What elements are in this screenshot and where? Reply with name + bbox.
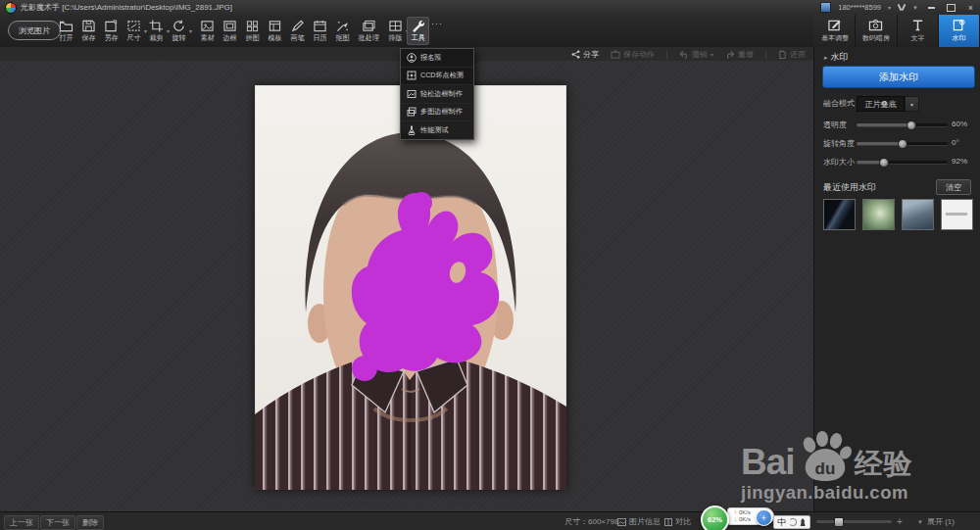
expand-button[interactable]: ▼ 展开 (1): [917, 512, 955, 530]
toolbar-button-calendar[interactable]: 日历: [309, 17, 331, 45]
toolbar-button-brush[interactable]: 画笔: [286, 17, 309, 45]
tab-text[interactable]: 文字: [898, 15, 939, 47]
next-image-button[interactable]: 下一张: [40, 515, 75, 530]
ime-language-bar[interactable]: 中: [773, 515, 810, 529]
toolbar-button-crop[interactable]: 裁剪 ▾: [145, 17, 168, 45]
toolbar-button-frame[interactable]: 边框: [219, 17, 241, 45]
feedback-icon[interactable]: [898, 4, 906, 12]
redo-button[interactable]: 重做: [725, 49, 754, 60]
toolbar-button-open[interactable]: 打开: [55, 17, 77, 45]
panel-title: ▸水印: [824, 51, 849, 64]
blend-mode-select[interactable]: 正片叠底: [857, 96, 905, 112]
compare-button[interactable]: 对比: [664, 512, 691, 530]
opacity-slider[interactable]: [857, 123, 948, 126]
slider-fill: [857, 123, 911, 126]
menu-item-id-photo[interactable]: 报名照: [401, 49, 473, 68]
tab-watermark[interactable]: 水印: [939, 15, 980, 47]
image-size-label: 尺寸：600×798: [564, 512, 618, 530]
recent-watermark-thumb[interactable]: [823, 199, 856, 230]
toolbar-button-rotate[interactable]: 旋转 ▾: [168, 17, 190, 45]
slider-handle[interactable]: [898, 139, 907, 149]
accelerate-button[interactable]: +: [756, 509, 772, 526]
rotation-slider[interactable]: [857, 142, 948, 145]
wrench-icon: [411, 20, 425, 32]
ccd-detect-icon: [407, 71, 416, 80]
toolbar-button-tools[interactable]: 工具: [407, 17, 429, 45]
slider-handle[interactable]: [879, 158, 889, 168]
toolbar-button-collage[interactable]: 拼图: [241, 17, 264, 45]
memory-usage-ball[interactable]: 62%: [701, 506, 729, 530]
portrait-photo[interactable]: [255, 85, 566, 490]
download-speed: 0K/s: [739, 516, 751, 523]
delete-image-button[interactable]: 删除: [76, 515, 104, 530]
skin-menu-icon[interactable]: ▼: [912, 5, 918, 11]
undo-arrow-icon: [679, 50, 689, 59]
camera-icon: [868, 19, 883, 31]
menu-item-performance-test[interactable]: 性能测试: [401, 121, 473, 139]
undo-button[interactable]: 撤销 ▾: [679, 49, 713, 60]
zoom-in-button[interactable]: +: [897, 512, 903, 530]
tools-dropdown-menu: 报名照 CCD坏点检测 轻松边框制作 多图边框制作 性能测试: [400, 48, 474, 140]
previous-image-button[interactable]: 上一张: [4, 515, 39, 530]
rotation-label: 旋转角度: [823, 138, 855, 149]
watermark-size-slider[interactable]: [857, 161, 948, 164]
caret-down-icon[interactable]: ▾: [189, 27, 192, 34]
sidebar-tab-bar: 基本调整 数码暗房 文字 水印: [814, 15, 980, 47]
account-number[interactable]: 180*****8599: [838, 3, 881, 12]
save-action-button[interactable]: 保存动作: [611, 49, 655, 60]
recent-watermark-thumb[interactable]: [862, 199, 895, 230]
clear-recent-button[interactable]: 清空: [936, 179, 971, 195]
tab-digital-darkroom[interactable]: 数码暗房: [856, 15, 897, 47]
menu-item-multi-frame[interactable]: 多图边框制作: [401, 104, 473, 122]
toolbar-button-cutout[interactable]: 抠图: [331, 17, 354, 45]
menu-item-ccd-check[interactable]: CCD坏点检测: [401, 68, 473, 86]
opacity-row: 透明度 60%: [814, 118, 980, 131]
restore-button[interactable]: [945, 2, 957, 13]
slider-fill: [857, 142, 903, 145]
browse-images-button[interactable]: 浏览图片: [8, 21, 61, 40]
watermark-panel: ▸水印 添加水印 融合模式 正片叠底 ▾ 透明度 60% 旋转角度 0° 水印大…: [813, 47, 980, 511]
share-button[interactable]: 分享: [571, 49, 599, 60]
save-action-icon: [611, 50, 620, 59]
compare-icon: [664, 518, 672, 526]
add-watermark-button[interactable]: 添加水印: [822, 66, 975, 88]
undo-caret-icon[interactable]: ▾: [710, 51, 713, 58]
toolbar-button-save-as[interactable]: 另存: [100, 17, 122, 45]
cutout-icon: [335, 20, 350, 32]
opacity-label: 透明度: [823, 120, 847, 130]
close-button[interactable]: ×: [964, 2, 977, 13]
ime-halfwidth-icon[interactable]: [789, 518, 797, 526]
image-info-icon: [617, 518, 626, 526]
toolbar-button-resize[interactable]: 尺寸 ▾: [122, 17, 145, 45]
toolbar-button-material[interactable]: 素材: [196, 17, 219, 45]
blend-mode-caret-button[interactable]: ▾: [905, 96, 919, 112]
recent-watermark-thumb[interactable]: [902, 199, 934, 230]
account-avatar[interactable]: [820, 2, 831, 13]
calendar-icon: [313, 20, 327, 32]
menu-item-easy-frame[interactable]: 轻松边框制作: [401, 85, 473, 104]
blend-mode-label: 融合模式: [823, 98, 855, 109]
account-caret-icon[interactable]: ▾: [888, 4, 891, 11]
collapse-caret-icon[interactable]: ▸: [824, 54, 828, 61]
slider-handle[interactable]: [906, 120, 916, 130]
recent-watermark-thumb[interactable]: [941, 199, 973, 230]
zoom-slider-handle[interactable]: [834, 517, 844, 527]
toolbar-button-layout[interactable]: 排版 ▾: [384, 17, 407, 45]
ime-menu-icon[interactable]: [800, 518, 807, 526]
toolbar-button-template[interactable]: 模板: [264, 17, 286, 45]
recent-watermarks-label: 最近使用水印: [823, 181, 876, 194]
save-icon: [81, 20, 96, 32]
image-info-button[interactable]: 图片信息: [617, 512, 661, 530]
toolbar-button-batch[interactable]: 批处理: [354, 17, 384, 45]
ime-chinese-mode[interactable]: 中: [777, 518, 786, 527]
zoom-slider[interactable]: [816, 520, 892, 523]
toolbar-button-save[interactable]: 保存: [77, 17, 100, 45]
status-bar: 上一张 下一张 删除 尺寸：600×798 图片信息 对比 + ▼ 展开 (1): [0, 511, 980, 530]
size-row: 水印大小 92%: [814, 155, 980, 169]
restore-original-button[interactable]: 还原: [778, 49, 806, 60]
tab-basic-adjust[interactable]: 基本调整: [814, 15, 856, 47]
rotate-icon: [172, 20, 186, 32]
minimize-button[interactable]: [925, 2, 938, 13]
toolbar-more-button[interactable]: ···: [429, 17, 445, 47]
upload-speed: 0K/s: [739, 509, 751, 516]
